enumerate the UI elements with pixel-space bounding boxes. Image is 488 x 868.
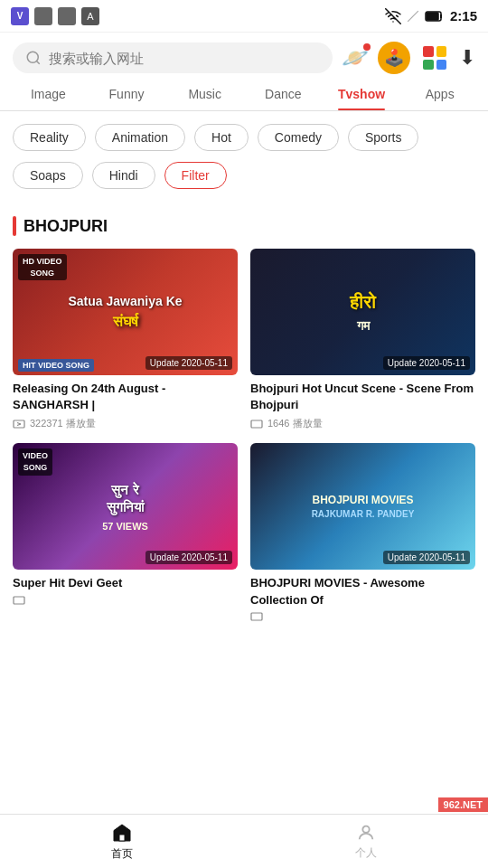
clock: 2:15 [450, 8, 477, 24]
video-overlay-4: Update 2020-05-11 [383, 551, 470, 564]
chip-sports[interactable]: Sports [348, 124, 418, 151]
video-card-1[interactable]: Satua Jawaniya Ke संघर्ष HD VIDEOSONG HI… [13, 249, 238, 430]
home-icon [111, 822, 133, 844]
joystick-btn[interactable]: 🕹️ [378, 42, 410, 74]
video-views-1: 322371 播放量 [30, 417, 96, 430]
video-card-2[interactable]: हीरो गम Update 2020-05-11 Bhojpuri Hot U… [250, 249, 475, 430]
status-bar: V A 2:15 [0, 0, 488, 33]
v-app-icon: V [11, 7, 29, 25]
tab-music[interactable]: Music [165, 78, 244, 110]
svg-point-3 [27, 52, 38, 62]
chip-reality[interactable]: Reality [13, 124, 86, 151]
section-title-bar [13, 216, 16, 236]
video-card-3[interactable]: सुन रेसुगनियां 57 VIEWS VIDEOSONG Update… [13, 443, 238, 620]
video-title-1: Releasing On 24th August - SANGHARSH | [13, 381, 238, 413]
bottom-nav-home[interactable]: 首页 [0, 822, 244, 862]
tab-apps[interactable]: Apps [400, 78, 479, 110]
tab-funny[interactable]: Funny [88, 78, 166, 110]
svg-rect-11 [119, 835, 125, 841]
svg-point-12 [362, 826, 369, 832]
video-grid: Satua Jawaniya Ke संघर्ष HD VIDEOSONG HI… [13, 249, 475, 621]
planet-btn[interactable]: 🪐 [342, 45, 369, 71]
wifi-icon [385, 8, 401, 24]
video-meta-1: 322371 播放量 [13, 417, 238, 430]
search-wrap[interactable] [13, 42, 333, 73]
nav-tabs: Image Funny Music Dance Tvshow Apps [0, 78, 488, 111]
play-icon-1 [13, 420, 25, 429]
bottom-nav-profile-label: 个人 [355, 845, 377, 861]
video-badge-3: VIDEOSONG [18, 448, 52, 475]
search-input[interactable] [49, 51, 320, 66]
chip-animation[interactable]: Animation [95, 124, 185, 151]
bhojpuri-section: BHOJPURI Satua Jawaniya Ke संघर्ष HD VID… [0, 216, 488, 693]
apps-icon-btn[interactable] [419, 42, 450, 73]
svg-line-0 [408, 11, 418, 22]
svg-rect-9 [14, 597, 24, 604]
watermark-962: 962.NET [438, 797, 488, 812]
person-icon [356, 823, 376, 843]
tab-image[interactable]: Image [9, 78, 88, 110]
chip-soaps[interactable]: Soaps [13, 162, 83, 189]
a-icon: A [81, 7, 99, 25]
video-badge-1: HD VIDEOSONG [18, 254, 67, 280]
section-title: BHOJPURI [13, 216, 475, 236]
video-thumb-4: BHOJPURI MOVIES RAJKUMAR R. PANDEY Updat… [250, 443, 475, 570]
chip-hindi[interactable]: Hindi [92, 162, 155, 189]
status-left-icons: V A [11, 7, 99, 25]
status-right-icons: 2:15 [385, 8, 477, 24]
video-title-2: Bhojpuri Hot Uncut Scene - Scene From Bh… [250, 381, 475, 413]
video-thumb-3: सुन रेसुगनियां 57 VIEWS VIDEOSONG Update… [13, 443, 238, 570]
filter-section: Reality Animation Hot Comedy Sports Soap… [0, 111, 488, 207]
square-icon-2 [58, 7, 76, 25]
square-icon-1 [34, 7, 52, 25]
top-bar: 🪐 🕹️ ⬇ [0, 33, 488, 78]
chip-filter[interactable]: Filter [164, 162, 227, 189]
svg-rect-10 [251, 613, 262, 620]
tab-dance[interactable]: Dance [244, 78, 323, 110]
video-thumb-2: हीरो गम Update 2020-05-11 [250, 249, 475, 375]
play-icon-4 [250, 612, 263, 621]
video-overlay-3: Update 2020-05-11 [145, 551, 232, 564]
bottom-nav-home-label: 首页 [111, 846, 133, 862]
play-icon-3 [13, 596, 25, 605]
svg-rect-8 [251, 420, 262, 428]
tab-tvshow[interactable]: Tvshow [323, 78, 401, 110]
video-title-3: Super Hit Devi Geet [13, 575, 238, 591]
battery-icon [425, 10, 445, 23]
video-meta-3 [13, 596, 238, 605]
download-btn[interactable]: ⬇ [459, 46, 475, 70]
bottom-nav: 首页 个人 [0, 814, 488, 868]
chip-hot[interactable]: Hot [194, 124, 249, 151]
video-overlay-2: Update 2020-05-11 [383, 356, 470, 370]
video-card-4[interactable]: BHOJPURI MOVIES RAJKUMAR R. PANDEY Updat… [250, 443, 475, 620]
video-meta-2: 1646 播放量 [250, 417, 475, 430]
video-thumb-1: Satua Jawaniya Ke संघर्ष HD VIDEOSONG HI… [13, 249, 238, 375]
svg-rect-2 [427, 13, 438, 20]
chip-row-1: Reality Animation Hot Comedy Sports [13, 124, 475, 151]
video-overlay-1: Update 2020-05-11 [145, 356, 232, 370]
play-icon-2 [250, 420, 263, 429]
bottom-nav-profile[interactable]: 个人 [244, 823, 488, 861]
chip-comedy[interactable]: Comedy [258, 124, 339, 151]
svg-line-7 [17, 424, 21, 426]
svg-rect-5 [14, 420, 24, 428]
chip-row-2: Soaps Hindi Filter [13, 162, 475, 189]
search-icon [25, 50, 42, 66]
video-meta-4 [250, 612, 475, 621]
svg-line-4 [36, 61, 39, 63]
section-title-text: BHOJPURI [23, 217, 108, 236]
video-title-4: BHOJPURI MOVIES - Awesome Collection Of [250, 575, 475, 608]
video-views-2: 1646 播放量 [267, 417, 323, 430]
signal-icon [407, 10, 419, 23]
